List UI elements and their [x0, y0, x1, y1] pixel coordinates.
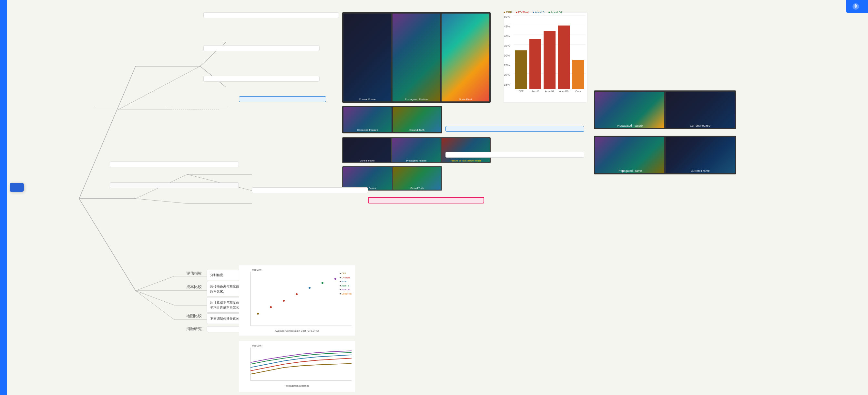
mindmaster-icon — [852, 3, 860, 10]
pink-note-box — [368, 197, 484, 204]
image-group-mid: Corrected Feature Ground Truth — [342, 106, 442, 133]
intro-sub-text2 — [204, 76, 319, 82]
intro-highlight-box — [239, 96, 326, 102]
our-work-key-idea — [110, 182, 239, 188]
exp-label-map: 地图比较 — [176, 313, 202, 319]
left-sidebar-logo — [0, 0, 7, 395]
svg-line-21 — [135, 291, 174, 320]
intro-note — [95, 106, 166, 107]
our-work-propose-text — [252, 187, 368, 193]
blue-note-box — [445, 126, 584, 132]
svg-line-3 — [79, 199, 135, 291]
svg-line-15 — [135, 276, 174, 291]
central-node — [10, 183, 24, 192]
bar-chart-legend: ■ DFF ■ DVSNet ■ Accel 8 ■ Accel 34 — [503, 10, 588, 15]
bar-chart: 50% 45% 40% 35% 30% 25% 20% 15% DFF Acce… — [503, 12, 588, 103]
svg-line-13 — [135, 199, 187, 204]
right-feature-images-bottom: Propagated Frame Current Frame — [594, 135, 736, 174]
our-work-right-detail — [445, 152, 584, 158]
bottom-perf-chart2: mIoU(%) Propagation Distance — [239, 341, 355, 392]
intro-sub-text1 — [204, 45, 319, 51]
mindmaster-logo — [846, 0, 868, 13]
image-group-top: Current Frame Propagated Feature Scale F… — [342, 12, 491, 103]
right-feature-images-top: Propagated Feature Current Feature — [594, 90, 736, 129]
image-group-bottom1: Current Frame Propagated Feature Feature… — [342, 137, 491, 163]
our-work-main-desc — [110, 161, 239, 167]
exp-label-metrics: 评估指标 — [176, 271, 202, 276]
exp-label-cost: 成本比较 — [176, 284, 202, 290]
intro-main-text — [204, 12, 339, 18]
svg-line-19 — [135, 291, 174, 305]
bottom-perf-chart1: mIoU(%) Average Computation Cost (GFLOPS… — [239, 265, 355, 336]
svg-line-1 — [79, 66, 135, 199]
intro-note2 — [171, 106, 229, 107]
exp-label-ablation: 消融研究 — [176, 326, 202, 332]
svg-line-7 — [118, 66, 200, 110]
image-group-bottom2: Corrected Feature Ground Truth — [342, 166, 442, 190]
